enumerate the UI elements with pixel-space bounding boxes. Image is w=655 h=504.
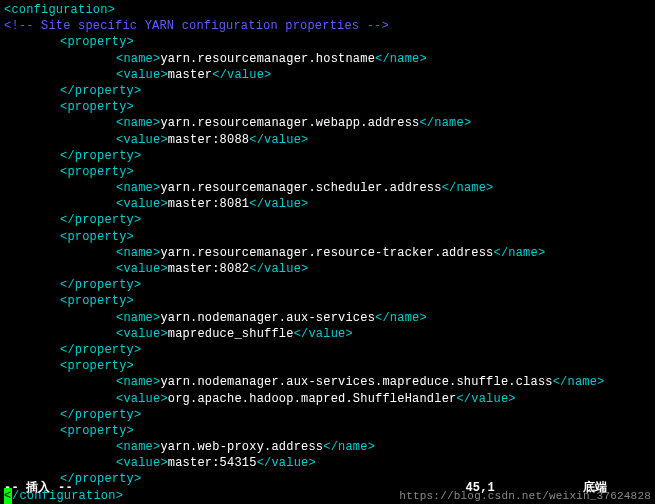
terminal-editor[interactable]: <configuration> <!-- Site specific YARN … [0,0,655,504]
property-name: <name>yarn.resourcemanager.webapp.addres… [4,115,651,131]
property-open-tag: <property> [4,99,651,115]
property-value: <value>master:8088</value> [4,132,651,148]
property-value: <value>org.apache.hadoop.mapred.ShuffleH… [4,391,651,407]
property-close-tag: </property> [4,342,651,358]
property-open-tag: <property> [4,34,651,50]
property-open-tag: <property> [4,358,651,374]
property-value: <value>master:54315</value> [4,455,651,471]
property-name: <name>yarn.web-proxy.address</name> [4,439,651,455]
property-close-tag: </property> [4,471,651,487]
property-name: <name>yarn.nodemanager.aux-services</nam… [4,310,651,326]
xml-comment: <!-- Site specific YARN configuration pr… [4,18,651,34]
property-close-tag: </property> [4,148,651,164]
property-open-tag: <property> [4,293,651,309]
property-value: <value>master:8081</value> [4,196,651,212]
property-name: <name>yarn.resourcemanager.hostname</nam… [4,51,651,67]
property-name: <name>yarn.nodemanager.aux-services.mapr… [4,374,651,390]
property-close-tag: </property> [4,212,651,228]
property-open-tag: <property> [4,229,651,245]
property-value: <value>mapreduce_shuffle</value> [4,326,651,342]
watermark-text: https://blog.csdn.net/weixin_37624828 [399,489,651,504]
property-name: <name>yarn.resourcemanager.resource-trac… [4,245,651,261]
property-close-tag: </property> [4,83,651,99]
property-close-tag: </property> [4,277,651,293]
property-open-tag: <property> [4,164,651,180]
property-value: <value>master:8082</value> [4,261,651,277]
config-open-tag: <configuration> [4,2,651,18]
property-close-tag: </property> [4,407,651,423]
property-name: <name>yarn.resourcemanager.scheduler.add… [4,180,651,196]
property-value: <value>master</value> [4,67,651,83]
vim-mode: -- 插入 -- [4,480,73,496]
property-open-tag: <property> [4,423,651,439]
